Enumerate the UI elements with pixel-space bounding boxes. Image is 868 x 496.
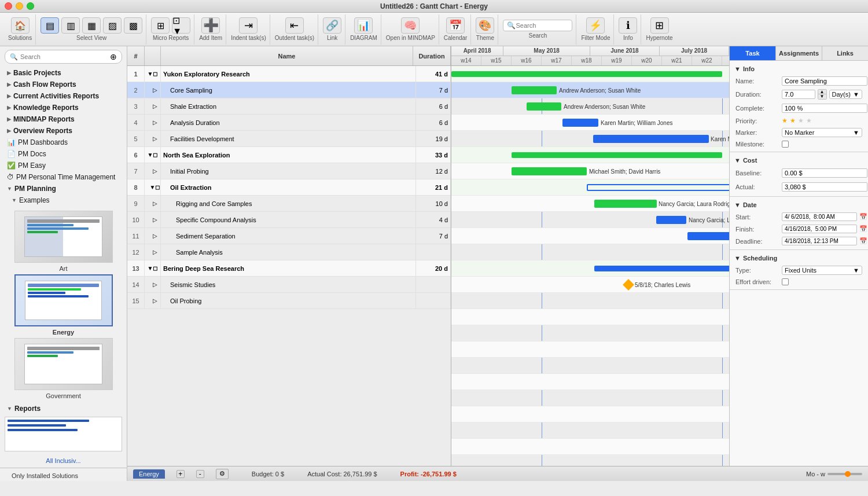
table-row[interactable]: 15 ▷ Oil Probing <box>127 293 451 309</box>
tab-task[interactable]: Task <box>730 46 776 60</box>
duration-stepper[interactable]: ▲ ▼ <box>818 89 827 100</box>
sidebar-item-current-activities[interactable]: ▶ Current Activities Reports <box>0 90 127 102</box>
date-section-title[interactable]: ▼ Date <box>730 199 868 211</box>
status-tab[interactable]: Energy <box>133 469 165 479</box>
star-3[interactable]: ★ <box>798 117 804 124</box>
effort-driven-checkbox[interactable] <box>782 278 789 285</box>
table-row[interactable]: 7 ▷ Initial Probing 12 d <box>127 163 451 179</box>
sidebar-item-pm-docs[interactable]: 📄 PM Docs <box>0 148 127 160</box>
baseline-input[interactable] <box>782 168 867 178</box>
toolbar-search-input[interactable] <box>516 22 568 29</box>
view-icon-1[interactable]: ▤ <box>41 17 59 34</box>
link-icon[interactable]: 🔗 <box>323 17 341 34</box>
table-row[interactable]: 3 ▷ Shale Extraction 6 d <box>127 98 451 115</box>
zoom-slider[interactable] <box>827 473 862 475</box>
sidebar-item-pm-dashboards[interactable]: 📊 PM Dashboards <box>0 137 127 148</box>
table-row[interactable]: 10 ▷ Specific Compound Analysis 4 d <box>127 212 451 228</box>
outdent-icon[interactable]: ⇤ <box>285 17 304 34</box>
finish-calendar-icon[interactable]: 📅 <box>859 225 867 233</box>
all-inclusive-label[interactable]: All Inclusiv... <box>46 457 80 464</box>
thumbnail-energy[interactable] <box>14 274 113 326</box>
type-dropdown[interactable]: Fixed Units ▼ <box>782 266 862 275</box>
marker-dropdown[interactable]: No Marker ▼ <box>782 128 862 137</box>
minus-tab-button[interactable]: - <box>196 470 204 478</box>
duration-input[interactable] <box>782 90 815 99</box>
sidebar-item-mindmap[interactable]: ▶ MINDMAP Reports <box>0 113 127 125</box>
table-row[interactable]: 1 ▼ ◻ Yukon Exploratory Research 41 d <box>127 66 451 82</box>
sidebar-filter-icon[interactable]: ⊕ <box>110 52 117 61</box>
stepper-down[interactable]: ▼ <box>818 94 826 99</box>
sidebar-item-examples[interactable]: ▼ Examples <box>0 194 127 206</box>
micro-reports-icon-2[interactable]: ⊡ ▼ <box>172 17 190 34</box>
maximize-button[interactable] <box>27 2 34 10</box>
expand-icon[interactable]: ▼ <box>150 184 156 190</box>
view-icon-2[interactable]: ▥ <box>61 17 80 34</box>
scheduling-section-title[interactable]: ▼ Scheduling <box>730 252 868 264</box>
star-4[interactable]: ★ <box>806 117 812 124</box>
sidebar-item-basic-projects[interactable]: ▶ Basic Projects <box>0 67 127 79</box>
sidebar-item-cash-flow[interactable]: ▶ Cash Flow Reports <box>0 79 127 90</box>
view-icon-3[interactable]: ▦ <box>82 17 101 34</box>
expand-icon[interactable]: ▼ <box>148 265 153 271</box>
duration-unit-dropdown[interactable]: Day(s) ▼ <box>829 90 863 99</box>
thumbnail-energy-label[interactable]: Energy <box>0 329 127 336</box>
theme-icon[interactable]: 🎨 <box>476 17 494 34</box>
toolbar-search-box[interactable]: 🔍 <box>503 20 572 31</box>
info-section-title[interactable]: ▼ Info <box>730 63 868 75</box>
name-input[interactable] <box>782 76 867 86</box>
indent-icon[interactable]: ⇥ <box>239 17 258 34</box>
table-row[interactable]: 9 ▷ Rigging and Core Samples 10 d <box>127 196 451 212</box>
deadline-input[interactable] <box>782 237 857 245</box>
filter-mode-icon[interactable]: ⚡ <box>586 17 605 34</box>
tab-assignments[interactable]: Assignments <box>776 46 822 60</box>
settings-tab-button[interactable]: ⚙ <box>216 469 229 479</box>
cost-section-title[interactable]: ▼ Cost <box>730 155 868 166</box>
sidebar-search-box[interactable]: 🔍 ⊕ <box>5 50 122 64</box>
sidebar-item-knowledge[interactable]: ▶ Knowledge Reports <box>0 102 127 113</box>
calendar-icon[interactable]: 📅 <box>446 17 465 34</box>
zoom-thumb[interactable] <box>845 471 851 477</box>
milestone-checkbox[interactable] <box>782 141 789 148</box>
minimize-button[interactable] <box>16 2 23 10</box>
star-1[interactable]: ★ <box>782 117 788 124</box>
micro-reports-icon-1[interactable]: ⊞ <box>151 17 170 34</box>
thumbnail-art-label[interactable]: Art <box>0 265 127 272</box>
solutions-icon[interactable]: 🏠 <box>11 17 30 34</box>
sidebar-item-reports[interactable]: ▼ Reports <box>0 403 127 414</box>
view-icon-4[interactable]: ▨ <box>103 17 122 34</box>
tab-links[interactable]: Links <box>822 46 868 60</box>
table-row[interactable]: 13 ▼ ◻ Bering Deep Sea Research 20 d <box>127 260 451 277</box>
table-row[interactable]: 12 ▷ Sample Analysis <box>127 244 451 260</box>
view-icon-5[interactable]: ▩ <box>124 17 142 34</box>
close-button[interactable] <box>5 2 12 10</box>
sidebar-item-only-installed[interactable]: Only Installed Solutions <box>5 471 122 481</box>
table-row[interactable]: 5 ▷ Facilities Development 19 d <box>127 131 451 147</box>
mindmap-icon[interactable]: 🧠 <box>401 17 420 34</box>
complete-input[interactable] <box>782 104 867 113</box>
sidebar-item-pm-personal[interactable]: ⏱ PM Personal Time Management <box>0 171 127 183</box>
star-2[interactable]: ★ <box>790 117 796 124</box>
table-row[interactable]: 6 ▼ ◻ North Sea Exploration 33 d <box>127 147 451 163</box>
table-row[interactable]: 4 ▷ Analysis Duration 6 d <box>127 115 451 131</box>
sidebar-item-pm-easy[interactable]: ✅ PM Easy <box>0 160 127 171</box>
table-row[interactable]: 11 ▷ Sediment Separation 7 d <box>127 228 451 244</box>
hypernote-icon[interactable]: ⊞ <box>650 17 669 34</box>
table-row[interactable]: 14 ▷ Seismic Studies <box>127 277 451 293</box>
thumbnail-government[interactable] <box>14 338 113 390</box>
expand-icon[interactable]: ▼ <box>148 71 153 77</box>
thumbnail-government-label[interactable]: Government <box>0 392 127 399</box>
table-row[interactable]: 2 ▷ Core Sampling 7 d <box>127 82 451 98</box>
actual-cost-input[interactable] <box>782 182 867 192</box>
finish-input[interactable] <box>782 225 857 233</box>
sidebar-item-overview[interactable]: ▶ Overview Reports <box>0 125 127 137</box>
info-icon[interactable]: ℹ <box>619 17 637 34</box>
start-calendar-icon[interactable]: 📅 <box>859 213 867 221</box>
add-tab-button[interactable]: + <box>176 470 185 478</box>
diagram-icon[interactable]: 📊 <box>354 17 373 34</box>
table-row[interactable]: 8 ▼ ◻ Oil Extraction 21 d <box>127 179 451 196</box>
sidebar-search-input[interactable] <box>20 53 108 60</box>
add-item-icon[interactable]: ➕ <box>201 17 220 34</box>
sidebar-item-pm-planning[interactable]: ▼ PM Planning <box>0 183 127 194</box>
deadline-calendar-icon[interactable]: 📅 <box>859 237 867 245</box>
thumbnail-art[interactable] <box>14 211 113 263</box>
